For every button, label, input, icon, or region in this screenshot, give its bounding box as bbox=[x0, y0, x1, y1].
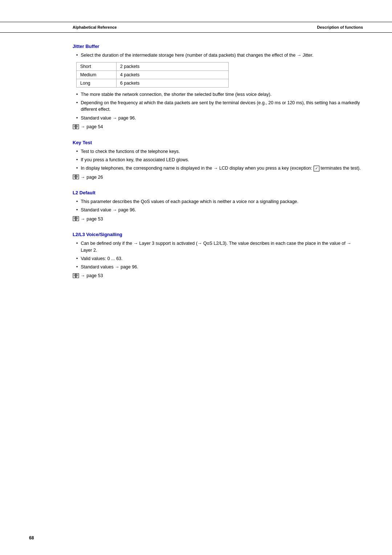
arrow-icon bbox=[81, 216, 85, 222]
page-number-l2-default: page 53 bbox=[87, 216, 103, 222]
bullet-item: Test to check the functions of the telep… bbox=[73, 148, 363, 155]
l2-default-bullets: This parameter describes the QoS values … bbox=[73, 198, 363, 213]
arrow-icon bbox=[197, 241, 202, 246]
main-content: Jitter Buffer Select the duration of the… bbox=[0, 44, 392, 279]
bullet-item: Standard value page 96. bbox=[73, 207, 363, 213]
book-icon bbox=[73, 273, 79, 279]
arrow-icon bbox=[81, 124, 85, 129]
bullet-item: If you press a function key, the associa… bbox=[73, 157, 363, 163]
header-bar: Alphabetical Reference Description of fu… bbox=[0, 22, 392, 33]
book-icon bbox=[73, 216, 79, 222]
arrow-icon bbox=[297, 53, 302, 58]
svg-rect-19 bbox=[76, 216, 79, 221]
table-cell-value: 2 packets bbox=[117, 62, 229, 71]
table-cell-value: 4 packets bbox=[117, 71, 229, 79]
arrow-icon bbox=[134, 241, 138, 246]
arrow-icon bbox=[213, 166, 218, 171]
header-right: Description of functions bbox=[317, 25, 363, 29]
section-l2-default: L2 Default This parameter describes the … bbox=[73, 190, 363, 222]
bullet-item: This parameter describes the QoS values … bbox=[73, 198, 363, 205]
bullet-item: Can be defined only if the Layer 3 suppo… bbox=[73, 240, 363, 253]
key-test-bullets: Test to check the functions of the telep… bbox=[73, 148, 363, 172]
bullet-item: Select the duration of the intermediate … bbox=[73, 52, 363, 58]
bullet-item: Valid values: 0 ... 63. bbox=[73, 255, 363, 262]
l2-l3-bullets: Can be defined only if the Layer 3 suppo… bbox=[73, 240, 363, 270]
table-row: Long 6 packets bbox=[77, 79, 229, 88]
bullet-item: The more stable the network connection, … bbox=[73, 91, 363, 98]
bullet-item: Standard value page 96. bbox=[73, 115, 363, 121]
svg-rect-0 bbox=[73, 125, 75, 129]
table-cell-label: Medium bbox=[77, 71, 117, 79]
section-l2-l3-voice: L2/L3 Voice/Signalling Can be defined on… bbox=[73, 232, 363, 279]
table-row: Short 2 packets bbox=[77, 62, 229, 71]
page-ref-jitter: page 54 bbox=[73, 124, 363, 130]
svg-rect-27 bbox=[73, 274, 75, 278]
arrow-icon bbox=[115, 264, 119, 270]
table-cell-label: Short bbox=[77, 62, 117, 71]
page-footer: 68 bbox=[29, 535, 34, 540]
header-left: Alphabetical Reference bbox=[73, 25, 117, 29]
page-number-l2-l3: page 53 bbox=[87, 273, 103, 278]
book-icon bbox=[73, 174, 79, 180]
jitter-table: Short 2 packets Medium 4 packets Long 6 … bbox=[76, 62, 229, 88]
section-title-key-test: Key Test bbox=[73, 140, 363, 145]
section-key-test: Key Test Test to check the functions of … bbox=[73, 140, 363, 180]
book-icon bbox=[73, 124, 79, 130]
page-ref-l2-default: page 53 bbox=[73, 216, 363, 222]
bullet-item: Standard values page 96. bbox=[73, 264, 363, 270]
section-title-l2-l3-voice: L2/L3 Voice/Signalling bbox=[73, 232, 363, 237]
page-ref-l2-l3: page 53 bbox=[73, 273, 363, 279]
table-cell-label: Long bbox=[77, 79, 117, 88]
section-title-jitter-buffer: Jitter Buffer bbox=[73, 44, 363, 49]
arrow-icon bbox=[347, 241, 351, 246]
section-jitter-buffer: Jitter Buffer Select the duration of the… bbox=[73, 44, 363, 130]
arrow-icon bbox=[81, 175, 85, 180]
page: Alphabetical Reference Description of fu… bbox=[0, 0, 392, 555]
svg-rect-10 bbox=[76, 175, 79, 179]
jitter-intro-bullets: Select the duration of the intermediate … bbox=[73, 52, 363, 58]
table-cell-value: 6 packets bbox=[117, 79, 229, 88]
checkmark-box: ✓ bbox=[314, 166, 319, 171]
bullet-item: In display telephones, the corresponding… bbox=[73, 165, 363, 171]
svg-rect-1 bbox=[76, 125, 79, 129]
section-title-l2-default: L2 Default bbox=[73, 190, 363, 195]
arrow-icon bbox=[113, 207, 117, 212]
page-ref-key-test: page 26 bbox=[73, 174, 363, 180]
svg-rect-9 bbox=[73, 175, 75, 179]
arrow-icon bbox=[81, 273, 85, 278]
svg-rect-18 bbox=[73, 216, 75, 221]
svg-rect-28 bbox=[76, 274, 79, 278]
jitter-extra-bullets: The more stable the network connection, … bbox=[73, 91, 363, 121]
table-row: Medium 4 packets bbox=[77, 71, 229, 79]
arrow-icon bbox=[113, 116, 117, 121]
footer-page-number: 68 bbox=[29, 535, 34, 540]
page-number-jitter: page 54 bbox=[87, 124, 103, 129]
page-number-key-test: page 26 bbox=[87, 175, 103, 180]
bullet-item: Depending on the frequency at which the … bbox=[73, 100, 363, 113]
